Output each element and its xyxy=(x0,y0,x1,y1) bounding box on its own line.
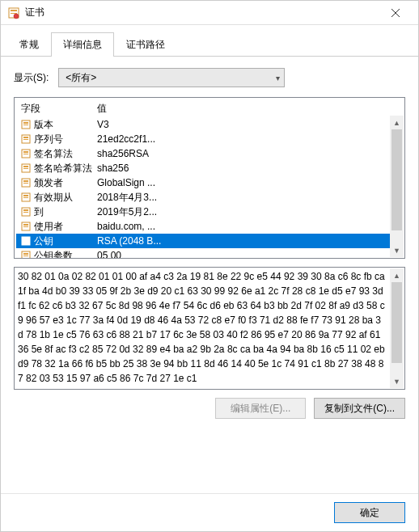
svg-point-3 xyxy=(14,14,19,19)
value-cell: 2019年5月2... xyxy=(92,205,403,219)
window-title: 证书 xyxy=(25,6,379,19)
svg-rect-28 xyxy=(23,224,28,226)
list-body[interactable]: 版本V3序列号21ed2cc2f1...签名算法sha256RSA签名哈希算法s… xyxy=(16,117,403,258)
field-cell: 签名算法 xyxy=(16,147,92,161)
property-icon xyxy=(21,222,31,231)
value-cell: 2018年4月3... xyxy=(92,191,403,205)
field-cell: 签名哈希算法 xyxy=(16,162,92,175)
footer: 确定 xyxy=(1,493,418,531)
property-icon xyxy=(21,178,31,188)
list-header: 字段 值 xyxy=(16,99,403,117)
detail-text[interactable]: 30 82 01 0a 02 82 01 01 00 af a4 c3 2a 1… xyxy=(18,269,401,386)
svg-rect-20 xyxy=(23,183,28,184)
svg-rect-7 xyxy=(23,122,28,124)
property-icon xyxy=(21,251,31,258)
table-row[interactable]: 颁发者GlobalSign ... xyxy=(16,175,403,190)
property-icon xyxy=(21,236,31,246)
ok-button[interactable]: 确定 xyxy=(334,502,405,523)
field-cell: 使用者 xyxy=(16,220,92,234)
table-row[interactable]: 序列号21ed2cc2f1... xyxy=(16,132,403,146)
svg-rect-17 xyxy=(23,168,28,169)
value-cell: GlobalSign ... xyxy=(92,177,403,188)
value-cell: sha256RSA xyxy=(92,148,403,159)
table-row[interactable]: 公钥参数05 00 xyxy=(16,248,403,258)
svg-rect-26 xyxy=(23,212,28,213)
value-cell: 05 00 xyxy=(92,250,403,258)
table-row[interactable]: 公钥RSA (2048 B... xyxy=(16,234,403,248)
svg-rect-11 xyxy=(23,139,28,140)
svg-rect-8 xyxy=(23,125,28,125)
svg-rect-31 xyxy=(23,239,28,240)
tab-path[interactable]: 证书路径 xyxy=(114,32,177,57)
svg-rect-23 xyxy=(23,197,28,198)
svg-rect-22 xyxy=(23,195,28,196)
table-row[interactable]: 使用者baidu.com, ... xyxy=(16,219,403,234)
certificate-icon xyxy=(7,6,20,19)
scroll-down-icon[interactable]: ▼ xyxy=(390,374,404,388)
value-cell: V3 xyxy=(92,119,403,130)
detail-scrollbar[interactable]: ▲ ▼ xyxy=(390,268,404,388)
buttons-row: 编辑属性(E)... 复制到文件(C)... xyxy=(14,398,405,419)
detail-box: 30 82 01 0a 02 82 01 01 00 af a4 c3 2a 1… xyxy=(14,267,405,390)
scroll-up-icon[interactable]: ▲ xyxy=(390,116,404,129)
field-list: 字段 值 版本V3序列号21ed2cc2f1...签名算法sha256RSA签名… xyxy=(14,97,405,259)
svg-rect-19 xyxy=(23,180,28,182)
field-cell: 版本 xyxy=(16,118,92,132)
field-cell: 颁发者 xyxy=(16,176,92,190)
svg-rect-10 xyxy=(23,137,28,138)
svg-rect-34 xyxy=(23,253,28,255)
col-value[interactable]: 值 xyxy=(92,100,403,117)
field-cell: 公钥参数 xyxy=(16,249,92,259)
svg-rect-25 xyxy=(23,209,28,211)
scroll-thumb[interactable] xyxy=(391,282,402,363)
tabs: 常规 详细信息 证书路径 xyxy=(1,28,418,57)
value-cell: baidu.com, ... xyxy=(92,221,403,232)
svg-rect-13 xyxy=(23,151,28,153)
property-icon xyxy=(21,149,31,158)
field-cell: 到 xyxy=(16,205,92,219)
svg-rect-16 xyxy=(23,166,28,167)
tab-general[interactable]: 常规 xyxy=(7,32,51,57)
chevron-down-icon: ▾ xyxy=(276,74,280,82)
titlebar: 证书 xyxy=(1,1,418,25)
certificate-dialog: 证书 常规 详细信息 证书路径 显示(S): <所有> ▾ 字段 值 版本V3序… xyxy=(0,0,419,532)
show-select[interactable]: <所有> ▾ xyxy=(58,68,285,87)
table-row[interactable]: 版本V3 xyxy=(16,117,403,132)
field-cell: 有效期从 xyxy=(16,191,92,205)
close-button[interactable] xyxy=(379,2,412,24)
scroll-up-icon[interactable]: ▲ xyxy=(390,268,404,282)
show-label: 显示(S): xyxy=(14,71,49,85)
table-row[interactable]: 到2019年5月2... xyxy=(16,205,403,219)
value-cell: RSA (2048 B... xyxy=(92,235,403,247)
svg-rect-29 xyxy=(23,226,28,227)
copy-to-file-button[interactable]: 复制到文件(C)... xyxy=(314,398,405,419)
property-icon xyxy=(21,120,31,129)
table-row[interactable]: 有效期从2018年4月3... xyxy=(16,190,403,205)
svg-rect-1 xyxy=(11,10,17,11)
show-value: <所有> xyxy=(66,71,96,85)
value-cell: sha256 xyxy=(92,163,403,174)
field-cell: 序列号 xyxy=(16,133,92,146)
svg-rect-14 xyxy=(23,154,28,154)
svg-rect-35 xyxy=(23,255,28,256)
svg-rect-32 xyxy=(23,241,28,242)
table-row[interactable]: 签名算法sha256RSA xyxy=(16,146,403,161)
field-cell: 公钥 xyxy=(16,234,92,248)
table-row[interactable]: 签名哈希算法sha256 xyxy=(16,161,403,175)
edit-properties-button: 编辑属性(E)... xyxy=(215,398,306,419)
list-scrollbar[interactable]: ▲ ▼ xyxy=(390,116,404,257)
tab-details[interactable]: 详细信息 xyxy=(51,32,114,57)
close-icon xyxy=(391,9,400,17)
content-area: 显示(S): <所有> ▾ 字段 值 版本V3序列号21ed2cc2f1...签… xyxy=(1,57,418,493)
value-cell: 21ed2cc2f1... xyxy=(92,133,403,145)
scroll-thumb[interactable] xyxy=(391,129,402,230)
property-icon xyxy=(21,192,31,202)
show-row: 显示(S): <所有> ▾ xyxy=(14,68,405,87)
property-icon xyxy=(21,134,31,144)
scroll-down-icon[interactable]: ▼ xyxy=(390,243,404,257)
property-icon xyxy=(21,163,31,173)
property-icon xyxy=(21,207,31,217)
col-field[interactable]: 字段 xyxy=(16,100,92,117)
